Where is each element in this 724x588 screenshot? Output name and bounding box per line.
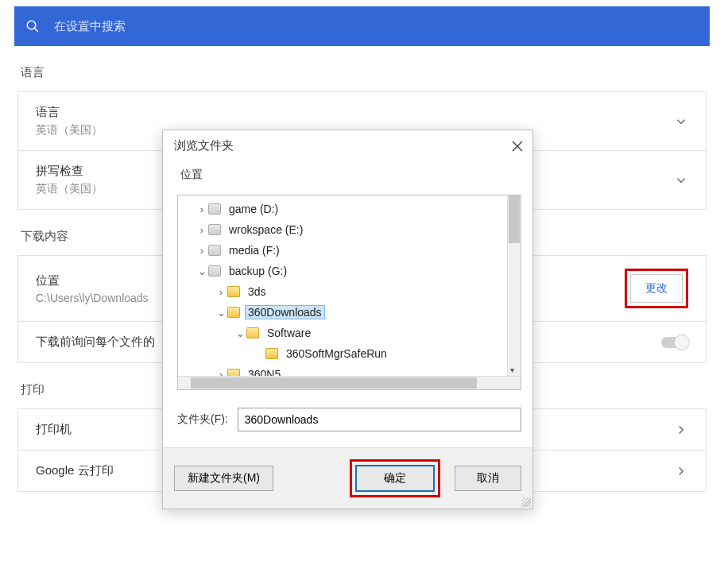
settings-search-bar[interactable]: 在设置中搜索: [14, 6, 710, 46]
folder-icon: [227, 369, 240, 376]
search-icon: [25, 19, 40, 33]
chevron-right-icon: [674, 423, 688, 437]
folder-field-label: 文件夹(F):: [177, 412, 228, 427]
drive-icon: [208, 265, 221, 277]
tree-item-folder[interactable]: ⌄Software: [178, 323, 521, 343]
tree-item-folder[interactable]: 360SoftMgrSafeRun: [178, 343, 521, 364]
vertical-scrollbar[interactable]: ▴ ▾: [507, 195, 521, 376]
chevron-right-icon: [674, 464, 688, 478]
change-button-highlight: 更改: [625, 269, 688, 308]
dialog-titlebar: 浏览文件夹: [163, 130, 532, 160]
close-icon[interactable]: [512, 141, 523, 152]
new-folder-button[interactable]: 新建文件夹(M): [174, 466, 273, 491]
chevron-down-icon: [674, 173, 688, 188]
drive-icon: [208, 245, 221, 256]
row-label: 拼写检查: [36, 164, 103, 179]
tree-item-drive-backup[interactable]: ⌄backup (G:): [178, 261, 521, 281]
drive-icon: [208, 224, 221, 235]
row-sub: C:\Users\ly\Downloads: [36, 292, 149, 304]
row-sub: 英语（美国）: [36, 182, 103, 196]
browse-folder-dialog: 浏览文件夹 位置 ›game (D:) ›wrokspace (E:) ›med…: [162, 130, 533, 509]
folder-icon: [246, 327, 259, 338]
dialog-title: 浏览文件夹: [174, 138, 234, 153]
section-title-language: 语言: [21, 65, 724, 80]
svg-line-1: [34, 28, 38, 32]
row-label: 位置: [36, 273, 149, 288]
cancel-button[interactable]: 取消: [455, 466, 521, 491]
folder-icon: [265, 348, 278, 359]
dialog-button-bar: 新建文件夹(M) 确定 取消: [163, 447, 532, 509]
scrollbar-thumb[interactable]: [191, 377, 477, 389]
ok-button[interactable]: 确定: [355, 465, 435, 492]
change-button[interactable]: 更改: [630, 274, 683, 303]
resize-grip-icon[interactable]: [521, 497, 531, 507]
chevron-down-icon: [674, 114, 688, 129]
drive-icon: [208, 203, 221, 215]
row-label: Google 云打印: [36, 463, 114, 478]
tree-item-drive[interactable]: ›media (F:): [178, 240, 521, 261]
tree-item-folder[interactable]: ›360N5: [178, 364, 521, 376]
ask-toggle[interactable]: [661, 337, 688, 348]
folder-tree: ›game (D:) ›wrokspace (E:) ›media (F:) ⌄…: [177, 195, 521, 390]
folder-icon: [227, 307, 240, 318]
tree-item-folder[interactable]: ›3ds: [178, 281, 521, 302]
row-label: 语言: [36, 105, 103, 120]
folder-name-input[interactable]: [238, 408, 521, 431]
scrollbar-down-icon[interactable]: ▾: [510, 366, 514, 374]
row-sub: 英语（美国）: [36, 123, 103, 137]
search-placeholder: 在设置中搜索: [54, 19, 126, 34]
tree-item-drive[interactable]: ›wrokspace (E:): [178, 219, 521, 240]
row-label: 下载前询问每个文件的: [36, 335, 155, 350]
svg-point-0: [27, 21, 36, 29]
horizontal-scrollbar[interactable]: [178, 376, 521, 389]
scrollbar-thumb[interactable]: [509, 195, 520, 243]
location-label: 位置: [180, 168, 521, 182]
tree-item-drive[interactable]: ›game (D:): [178, 199, 521, 219]
tree-item-folder-selected[interactable]: ⌄360Downloads: [178, 302, 521, 323]
folder-icon: [227, 286, 240, 297]
row-label: 打印机: [36, 422, 72, 437]
ok-button-highlight: 确定: [350, 459, 440, 497]
